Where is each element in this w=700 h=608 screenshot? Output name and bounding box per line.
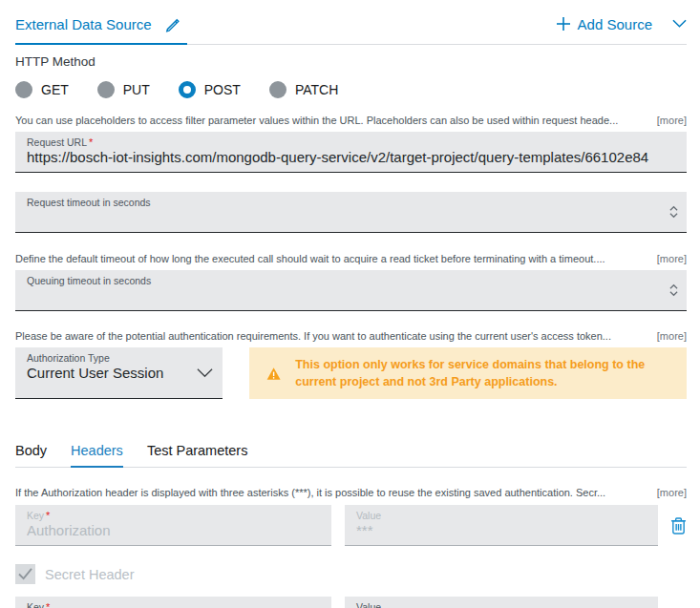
request-timeout-field[interactable]: Request timeout in seconds <box>15 192 687 233</box>
authorization-type-label: Authorization Type <box>27 352 211 364</box>
authorization-type-select[interactable]: Authorization Type Current User Session <box>15 347 223 399</box>
headers-hint-text: If the Authorization header is displayed… <box>15 487 605 498</box>
chevron-down-icon <box>197 367 213 378</box>
radio-label: PATCH <box>295 82 338 97</box>
auth-hint-row: Please be aware of the potential authent… <box>15 330 687 342</box>
page-title: External Data Source <box>15 16 152 32</box>
key-label: Key* <box>27 601 320 608</box>
add-source-label: Add Source <box>578 16 652 32</box>
value-value: *** <box>356 521 647 539</box>
header-row-content-type: Key* Content-Type Value application/json <box>15 597 687 608</box>
tab-bar: Body Headers Test Parameters <box>15 443 687 468</box>
headers-more-link[interactable]: [more] <box>657 487 687 498</box>
request-url-label: Request URL* <box>27 136 675 148</box>
warning-triangle-icon <box>266 363 281 385</box>
authorization-type-value: Current User Session <box>27 364 211 382</box>
queuing-hint-row: Define the default timeout of how long t… <box>15 253 687 264</box>
plus-icon <box>556 16 571 31</box>
chevron-down-icon[interactable] <box>672 19 687 29</box>
edit-title-button[interactable] <box>163 15 181 33</box>
queuing-hint-text: Define the default timeout of how long t… <box>15 253 605 264</box>
radio-label: GET <box>41 82 69 97</box>
request-url-value: https://bosch-iot-insights.com/mongodb-q… <box>27 148 675 166</box>
secret-header-checkbox <box>15 564 35 584</box>
add-source-button[interactable]: Add Source <box>556 16 687 32</box>
radio-label: PUT <box>123 82 150 97</box>
auth-more-link[interactable]: [more] <box>657 330 687 342</box>
value-label: Value <box>356 601 647 608</box>
header-key-field: Key* Authorization <box>15 505 331 546</box>
authorization-row: Authorization Type Current User Session … <box>15 347 687 399</box>
key-label: Key* <box>27 510 320 521</box>
tab-test-parameters[interactable]: Test Parameters <box>147 443 248 468</box>
http-method-radio-group: GET PUT POST PATCH <box>15 81 687 98</box>
header-value-field[interactable]: Value application/json <box>345 597 658 608</box>
request-timeout-label: Request timeout in seconds <box>27 197 675 208</box>
required-marker: * <box>89 136 93 148</box>
radio-icon <box>97 81 115 98</box>
radio-selected-icon <box>179 81 196 98</box>
warning-banner: This option only works for service domai… <box>249 347 687 399</box>
panel-header: External Data Source Add Source <box>15 11 687 36</box>
header-row-authorization: Key* Authorization Value *** <box>15 505 687 546</box>
required-marker: * <box>46 601 50 608</box>
queuing-timeout-label: Queuing timeout in seconds <box>27 275 675 286</box>
queuing-timeout-value <box>27 286 675 304</box>
value-label: Value <box>356 510 647 521</box>
request-timeout-value <box>27 208 675 226</box>
checkmark-icon <box>18 568 32 580</box>
tab-headers[interactable]: Headers <box>71 443 123 468</box>
trash-icon <box>670 516 687 535</box>
radio-option-patch[interactable]: PATCH <box>269 81 338 98</box>
number-stepper-icon[interactable] <box>669 206 678 219</box>
url-hint-text: You can use placeholders to access filte… <box>15 115 618 126</box>
warning-text: This option only works for service domai… <box>295 356 669 390</box>
delete-header-button[interactable] <box>670 516 687 535</box>
pencil-icon <box>163 15 181 33</box>
external-data-source-panel: External Data Source Add Source HTTP Met… <box>0 0 700 608</box>
radio-option-put[interactable]: PUT <box>97 81 150 98</box>
url-hint-row: You can use placeholders to access filte… <box>15 115 687 126</box>
header-key-field[interactable]: Key* Content-Type <box>15 597 331 608</box>
headers-hint-row: If the Authorization header is displayed… <box>15 487 687 498</box>
http-method-label: HTTP Method <box>15 54 687 69</box>
radio-option-post[interactable]: POST <box>179 81 241 98</box>
secret-header-checkbox-row: Secret Header <box>15 564 687 584</box>
queuing-more-link[interactable]: [more] <box>657 253 687 264</box>
title-underline <box>15 43 687 45</box>
radio-option-get[interactable]: GET <box>15 81 69 98</box>
url-more-link[interactable]: [more] <box>657 115 687 126</box>
key-value: Authorization <box>27 521 320 539</box>
required-marker: * <box>46 510 50 521</box>
radio-label: POST <box>204 82 241 97</box>
tab-body[interactable]: Body <box>15 443 47 468</box>
number-stepper-icon[interactable] <box>669 284 678 297</box>
header-value-field: Value *** <box>345 505 658 546</box>
request-url-field[interactable]: Request URL* https://bosch-iot-insights.… <box>15 132 687 173</box>
queuing-timeout-field[interactable]: Queuing timeout in seconds <box>15 270 687 311</box>
auth-hint-text: Please be aware of the potential authent… <box>15 330 611 342</box>
secret-header-label: Secret Header <box>45 567 135 582</box>
radio-icon <box>15 81 32 98</box>
radio-icon <box>269 81 286 98</box>
